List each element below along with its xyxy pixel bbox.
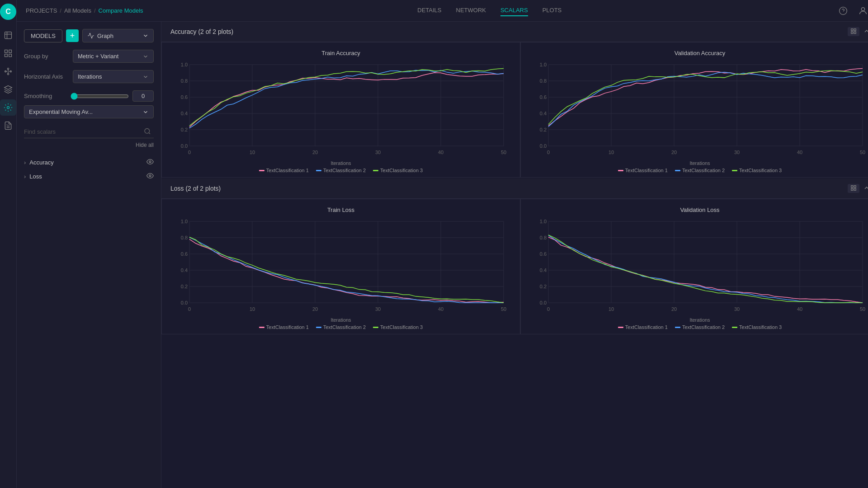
- topnav: PROJECTS / All Models / Compare Models D…: [17, 0, 868, 22]
- search-icon: [144, 128, 151, 136]
- scalar-search: [24, 126, 154, 138]
- legend-tc1-color: [259, 170, 264, 171]
- tab-details[interactable]: DETAILS: [417, 5, 441, 16]
- accuracy-section-header: Accuracy (2 of 2 plots): [161, 22, 868, 42]
- tab-scalars[interactable]: SCALARS: [500, 5, 528, 16]
- svg-rect-2: [5, 54, 8, 57]
- legend-loss-tc2: TextClassification 2: [316, 324, 366, 330]
- add-model-button[interactable]: +: [66, 29, 79, 42]
- loss-label: Loss: [29, 173, 42, 180]
- group-by-select[interactable]: Metric + Variant: [73, 50, 154, 63]
- accuracy-section-badge: [848, 27, 859, 36]
- legend-tc1: TextClassification 1: [259, 168, 309, 173]
- smoothing-group: Smoothing 0 Exponential Moving Av...: [24, 90, 154, 118]
- legend-val-tc2-label: TextClassification 2: [682, 168, 725, 173]
- train-loss-chart: [169, 217, 513, 316]
- svg-line-15: [149, 133, 150, 134]
- nav-tabs: DETAILS NETWORK SCALARS PLOTS: [417, 5, 561, 16]
- sidebar: MODELS + Graph Group by Metric: [17, 22, 161, 488]
- loss-collapse-icon[interactable]: [863, 184, 868, 193]
- scalar-loss[interactable]: › Loss: [24, 169, 154, 183]
- legend-tc3-label: TextClassification 3: [380, 168, 423, 173]
- train-accuracy-title: Train Accuracy: [169, 50, 513, 56]
- val-loss-card: Validation Loss Iterations TextClassific…: [520, 199, 868, 334]
- svg-point-13: [861, 7, 864, 10]
- help-icon[interactable]: [836, 4, 850, 18]
- horizontal-axis-select[interactable]: Iterations: [73, 70, 154, 83]
- val-loss-title: Validation Loss: [528, 206, 868, 213]
- horizontal-axis-label: Horizontal Axis: [24, 73, 69, 80]
- breadcrumb: PROJECTS / All Models / Compare Models: [26, 7, 143, 14]
- svg-rect-24: [851, 188, 853, 190]
- hide-all-button[interactable]: Hide all: [24, 142, 154, 148]
- train-loss-title: Train Loss: [169, 206, 513, 213]
- breadcrumb-all-models[interactable]: All Models: [64, 7, 91, 14]
- legend-val-tc3-label: TextClassification 3: [739, 168, 782, 173]
- loss-chevron-icon: ›: [24, 173, 26, 180]
- val-accuracy-chart: [528, 60, 868, 160]
- svg-rect-20: [851, 32, 853, 33]
- legend-tc2: TextClassification 2: [316, 168, 366, 173]
- smoothing-type-label: Exponential Moving Av...: [29, 108, 93, 115]
- main-content: PROJECTS / All Models / Compare Models D…: [17, 0, 868, 488]
- svg-rect-21: [854, 32, 856, 33]
- loss-section-actions: [848, 184, 868, 193]
- svg-point-17: [149, 175, 151, 177]
- train-accuracy-card: Train Accuracy Iterations TextClassifica…: [161, 42, 520, 178]
- smoothing-value: 0: [132, 90, 154, 102]
- loss-section-header: Loss (2 of 2 plots): [161, 178, 868, 199]
- val-loss-chart: [528, 217, 868, 316]
- rail-icon-settings[interactable]: [0, 99, 16, 116]
- tab-plots[interactable]: PLOTS: [542, 5, 562, 16]
- svg-rect-25: [854, 188, 856, 190]
- svg-point-16: [149, 161, 151, 163]
- svg-rect-1: [9, 50, 12, 53]
- rail-icon-models[interactable]: [0, 45, 16, 61]
- smoothing-label: Smoothing: [24, 93, 67, 99]
- breadcrumb-current: Compare Models: [99, 7, 143, 14]
- val-loss-xaxis: Iterations: [528, 317, 868, 323]
- accuracy-section-title: Accuracy (2 of 2 plots): [170, 28, 233, 35]
- svg-rect-23: [854, 186, 856, 188]
- scalar-accuracy[interactable]: › Accuracy: [24, 155, 154, 169]
- graph-select[interactable]: Graph: [82, 29, 154, 42]
- val-accuracy-legend: TextClassification 1 TextClassification …: [528, 168, 868, 173]
- val-accuracy-card: Validation Accuracy Iterations TextClass…: [520, 42, 868, 178]
- loss-section-badge: [848, 184, 859, 193]
- breadcrumb-projects[interactable]: PROJECTS: [26, 7, 57, 14]
- rail-icon-experiment[interactable]: [0, 27, 16, 43]
- group-by-group: Group by Metric + Variant: [24, 50, 154, 63]
- svg-point-5: [7, 73, 9, 75]
- legend-val-tc1: TextClassification 1: [618, 168, 668, 173]
- rail-icon-data[interactable]: [0, 63, 16, 80]
- legend-tc3: TextClassification 3: [373, 168, 423, 173]
- smoothing-slider[interactable]: [71, 93, 129, 100]
- svg-rect-19: [854, 29, 856, 31]
- loss-visibility-icon[interactable]: [146, 172, 154, 181]
- horizontal-axis-group: Horizontal Axis Iterations: [24, 70, 154, 83]
- legend-tc1-label: TextClassification 1: [266, 168, 309, 173]
- svg-rect-0: [5, 50, 8, 53]
- accuracy-collapse-icon[interactable]: [863, 28, 868, 36]
- tab-network[interactable]: NETWORK: [456, 5, 486, 16]
- models-button[interactable]: MODELS: [24, 29, 62, 42]
- val-loss-legend: TextClassification 1 TextClassification …: [528, 324, 868, 330]
- breadcrumb-sep2: /: [94, 7, 96, 14]
- content-area: MODELS + Graph Group by Metric: [17, 22, 868, 488]
- train-accuracy-legend: TextClassification 1 TextClassification …: [169, 168, 513, 173]
- legend-val-loss-tc2: TextClassification 2: [675, 324, 725, 330]
- rail-icon-reports[interactable]: [0, 117, 16, 134]
- val-accuracy-title: Validation Accuracy: [528, 50, 868, 56]
- rail-icon-layers[interactable]: [0, 81, 16, 98]
- app-logo: C: [0, 4, 16, 20]
- user-icon[interactable]: [856, 4, 868, 18]
- legend-val-tc1-label: TextClassification 1: [625, 168, 668, 173]
- accuracy-section-actions: [848, 27, 868, 36]
- accuracy-visibility-icon[interactable]: [146, 158, 154, 167]
- loss-charts-grid: Train Loss Iterations TextClassification…: [161, 199, 868, 334]
- smoothing-type-select[interactable]: Exponential Moving Av...: [24, 105, 154, 118]
- breadcrumb-sep1: /: [60, 7, 61, 14]
- search-input[interactable]: [24, 126, 154, 138]
- svg-rect-3: [9, 54, 12, 57]
- svg-point-4: [7, 68, 9, 70]
